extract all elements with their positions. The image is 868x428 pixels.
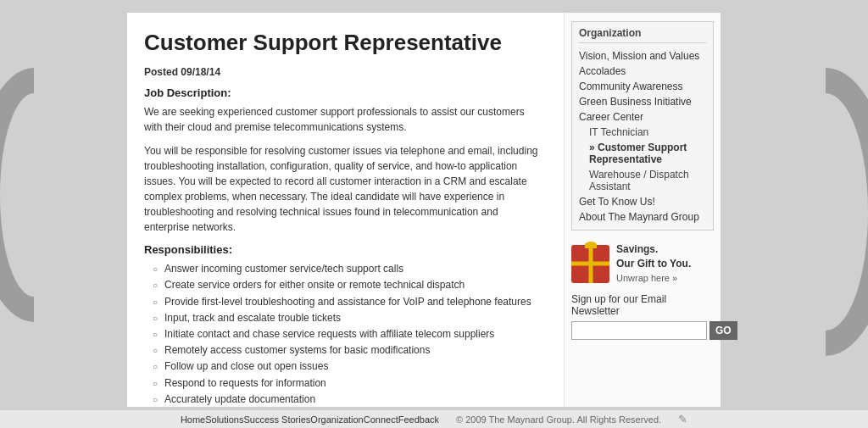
gift-bow [585, 242, 597, 248]
bullet-item: Follow up and close out open issues [153, 359, 542, 375]
sidebar-link[interactable]: About The Maynard Group [579, 209, 706, 225]
newsletter-input-row: GO [571, 321, 714, 340]
footer-icon: ✎ [678, 413, 687, 425]
responsibilities-label: Responsibilities: [144, 243, 542, 256]
bullet-item: Answer incoming customer service/tech su… [153, 261, 542, 277]
sidebar-link[interactable]: Green Business Initiative [579, 94, 706, 109]
page-title: Customer Support Representative [144, 30, 542, 56]
gift-area[interactable]: Savings. Our Gift to You. Unwrap here » [571, 242, 714, 285]
decorative-arc-left [0, 68, 93, 322]
main-container: Customer Support Representative Posted 0… [127, 13, 721, 407]
sidebar-link[interactable]: IT Technician [579, 125, 706, 140]
job-description-label: Job Description: [144, 86, 542, 99]
sidebar-links: Vision, Mission and ValuesAccoladesCommu… [579, 48, 706, 225]
footer-link[interactable]: Home [181, 414, 205, 425]
bullet-item: Remotely access customer systems for bas… [153, 342, 542, 359]
bullet-item: Accurately update documentation [153, 392, 542, 407]
gift-image [571, 245, 609, 283]
footer-link[interactable]: Connect [364, 414, 398, 425]
footer-copyright: © 2009 The Maynard Group. All Rights Res… [456, 414, 661, 425]
bullet-item: Input, track and escalate trouble ticket… [153, 310, 542, 326]
footer-link[interactable]: Solutions [205, 414, 243, 425]
gift-ribbon-v [588, 245, 593, 283]
body-paragraph-1: We are seeking experienced customer supp… [144, 104, 542, 135]
content-area: Customer Support Representative Posted 0… [127, 13, 564, 407]
footer-link[interactable]: Organization [310, 414, 363, 425]
footer-links: HomeSolutionsSuccess StoriesOrganization… [181, 414, 439, 425]
sidebar-link[interactable]: Vision, Mission and Values [579, 48, 706, 64]
gift-text: Savings. Our Gift to You. Unwrap here » [616, 242, 691, 285]
gift-unwrap-link[interactable]: Unwrap here » [616, 273, 677, 283]
bullet-item: Initiate contact and chase service reque… [153, 326, 542, 342]
newsletter-label: Sign up for our Email Newsletter [571, 293, 714, 317]
bullet-item: Respond to requests for information [153, 375, 542, 392]
responsibilities-list: Answer incoming customer service/tech su… [144, 261, 542, 407]
newsletter-input[interactable] [571, 321, 707, 340]
sidebar-link[interactable]: Community Awareness [579, 79, 706, 94]
sidebar-link[interactable]: Get To Know Us! [579, 194, 706, 209]
decorative-arc-right [758, 68, 868, 356]
body-paragraph-2: You will be responsible for resolving cu… [144, 143, 542, 235]
footer-link[interactable]: Success Stories [243, 414, 310, 425]
sidebar-link[interactable]: Accolades [579, 64, 706, 79]
posted-date: Posted 09/18/14 [144, 66, 542, 78]
newsletter-go-button[interactable]: GO [709, 321, 737, 340]
newsletter-area: Sign up for our Email Newsletter GO [571, 293, 714, 340]
sidebar-link[interactable]: Customer Support Representative [579, 140, 706, 167]
organization-nav: Organization Vision, Mission and ValuesA… [565, 21, 721, 231]
sidebar: Organization Vision, Mission and ValuesA… [564, 13, 721, 407]
bullet-item: Create service orders for either onsite … [153, 277, 542, 293]
sidebar-link[interactable]: Warehouse / Dispatch Assistant [579, 167, 706, 194]
footer-link[interactable]: Feedback [398, 414, 439, 425]
footer: HomeSolutionsSuccess StoriesOrganization… [0, 409, 868, 428]
sidebar-box-title: Organization [579, 27, 706, 43]
organization-box: Organization Vision, Mission and ValuesA… [571, 21, 714, 231]
sidebar-link[interactable]: Career Center [579, 109, 706, 125]
bullet-item: Provide first-level troubleshooting and … [153, 294, 542, 310]
